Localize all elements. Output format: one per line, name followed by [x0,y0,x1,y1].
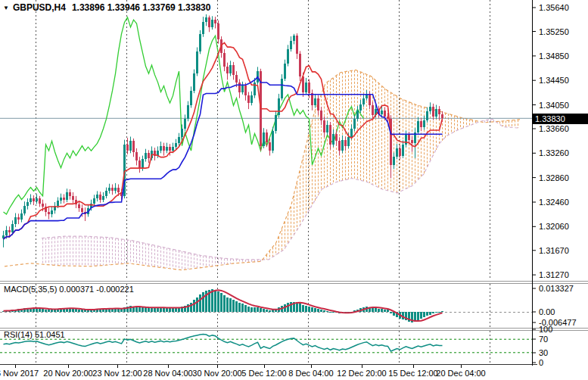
svg-text:0: 0 [539,358,543,367]
svg-text:20 Dec 04:00: 20 Dec 04:00 [436,369,485,378]
svg-text:70: 70 [539,335,548,344]
svg-text:30 Nov 20:00: 30 Nov 20:00 [192,369,241,378]
svg-text:1.32460: 1.32460 [539,198,569,207]
svg-text:1.34850: 1.34850 [539,51,569,61]
symbol-period-label: GBPUSD,H4 [13,2,66,13]
macd-axis[interactable]: 0.0133270.00-0.006477 [532,284,577,327]
rsi-line [4,335,443,351]
svg-text:1.34050: 1.34050 [539,101,569,110]
svg-text:1.35250: 1.35250 [539,27,569,36]
svg-text:1.31270: 1.31270 [539,270,569,279]
svg-text:15 Dec 12:00: 15 Dec 12:00 [388,369,437,378]
ohlc-values: 1.33896 1.33946 1.33769 1.33830 [72,2,211,13]
svg-text:0.00: 0.00 [539,307,555,316]
macd-signal-line [4,290,443,321]
svg-text:5 Dec 12:00: 5 Dec 12:00 [241,369,286,378]
svg-text:16 Nov 2017: 16 Nov 2017 [0,369,39,378]
time-axis[interactable]: 16 Nov 201720 Nov 20:0023 Nov 12:0028 No… [0,365,486,378]
macd-histogram [2,289,443,322]
rsi-indicator-label: RSI(14) 51.0451 [4,330,65,339]
current-price-label: 1.33830 [533,114,588,124]
price-axis[interactable]: 1.356401.352501.348501.344501.340501.336… [532,3,569,279]
tenkan-sen-line [4,43,443,239]
svg-text:28 Nov 04:00: 28 Nov 04:00 [143,369,192,378]
svg-text:1.35640: 1.35640 [539,3,569,12]
svg-text:30: 30 [539,348,548,357]
ichimoku-cloud [5,70,520,269]
svg-text:1.32860: 1.32860 [539,173,569,182]
svg-text:1.33260: 1.33260 [539,148,569,157]
svg-text:8 Dec 04:00: 8 Dec 04:00 [288,369,333,378]
mt4-chart-window: 1.356401.352501.348501.344501.340501.336… [0,0,588,380]
svg-text:23 Nov 12:00: 23 Nov 12:00 [92,369,142,378]
svg-text:1.32060: 1.32060 [539,222,569,231]
svg-text:1.33660: 1.33660 [539,124,569,133]
svg-text:12 Dec 20:00: 12 Dec 20:00 [337,369,386,378]
senkou-span-b-line [5,70,520,269]
svg-text:0.013327: 0.013327 [539,284,574,293]
chart-canvas[interactable]: 1.356401.352501.348501.344501.340501.336… [0,0,588,380]
svg-text:20 Nov 20:00: 20 Nov 20:00 [43,369,92,378]
kijun-sen-line [4,77,443,239]
macd-indicator-label: MACD(5,35,5) 0.000371 -0.000221 [4,285,134,294]
svg-text:100: 100 [539,325,552,334]
rsi-axis[interactable]: 10070300 [532,325,552,367]
chikou-span-line [4,17,364,214]
symbol-dropdown-icon[interactable]: ▼ [3,5,9,11]
chart-title: ▼GBPUSD,H41.33896 1.33946 1.33769 1.3383… [3,2,210,13]
candlesticks [2,14,443,248]
svg-text:1.31670: 1.31670 [539,246,569,255]
svg-text:1.34450: 1.34450 [539,76,569,85]
